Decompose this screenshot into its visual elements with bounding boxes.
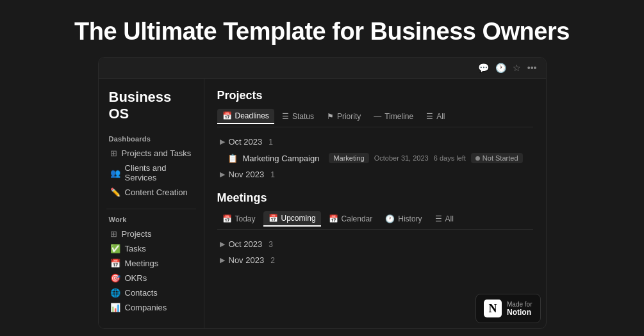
globe-icon: 🌐 <box>110 288 120 298</box>
upcoming-tab-icon: 📅 <box>268 214 278 223</box>
sidebar-item-content-creation[interactable]: ✏️ Content Creation <box>106 185 196 200</box>
meetings-tabs: 📅 Today 📅 Upcoming 📅 Calendar 🕐 History <box>217 211 533 230</box>
sidebar-item-label: Companies <box>125 303 167 312</box>
group-label: Nov 2023 <box>229 170 265 179</box>
group-count: 3 <box>268 240 273 249</box>
group-nov-2023-meetings[interactable]: ▶ Nov 2023 2 <box>217 252 533 268</box>
status-dot <box>475 156 480 161</box>
projects-title: Projects <box>217 89 533 102</box>
sidebar-item-tasks[interactable]: ✅ Tasks <box>106 241 196 256</box>
tab-label: All <box>445 214 454 223</box>
sidebar-item-label: Tasks <box>125 244 146 253</box>
tab-label: All <box>436 112 445 121</box>
group-count: 1 <box>270 170 275 179</box>
main-content: Projects 📅 Deadlines ☰ Status ⚑ Priority… <box>204 79 546 328</box>
status-tab-icon: ☰ <box>282 112 289 121</box>
all-meetings-icon: ☰ <box>435 214 442 223</box>
today-tab-icon: 📅 <box>222 214 232 223</box>
star-icon[interactable]: ☆ <box>513 63 521 73</box>
timeline-tab-icon: — <box>374 112 381 121</box>
hero-title: The Ultimate Template for Business Owner… <box>74 18 570 45</box>
window-content: Business OS Dashboards ⊞ Projects and Ta… <box>99 79 546 328</box>
clock-icon[interactable]: 🕐 <box>495 63 506 73</box>
project-row-marketing[interactable]: 📋 Marketing Campaign Marketing October 3… <box>217 150 533 166</box>
pencil-icon: ✏️ <box>110 188 120 197</box>
tab-label: Status <box>292 112 314 121</box>
chevron-right-icon: ▶ <box>220 170 225 179</box>
notion-logo: N <box>484 300 502 317</box>
days-left: 6 days left <box>434 154 466 162</box>
tab-status[interactable]: ☰ Status <box>277 109 319 124</box>
group-nov-2023-projects[interactable]: ▶ Nov 2023 1 <box>217 166 533 182</box>
tab-priority[interactable]: ⚑ Priority <box>322 109 366 124</box>
page-title: Business OS <box>106 89 196 122</box>
sidebar-item-label: Projects and Tasks <box>122 148 192 158</box>
group-oct-2023-projects[interactable]: ▶ Oct 2023 1 <box>217 134 533 150</box>
sidebar-item-okrs[interactable]: 🎯 OKRs <box>106 271 196 285</box>
sidebar-item-label: Contacts <box>125 288 158 298</box>
chevron-right-icon: ▶ <box>220 256 225 264</box>
status-badge: Not Started <box>471 153 523 163</box>
chevron-right-icon: ▶ <box>220 240 225 248</box>
dashboards-label: Dashboards <box>106 135 196 143</box>
sidebar-section-work: Work ⊞ Projects ✅ Tasks 📅 Meetings 🎯 OKR… <box>106 216 196 315</box>
history-tab-icon: 🕐 <box>385 214 395 223</box>
made-for-line1: Made for <box>507 301 532 308</box>
made-for-line2: Notion <box>507 308 532 317</box>
project-name: Marketing Campaign <box>243 154 324 163</box>
tab-today[interactable]: 📅 Today <box>217 212 261 226</box>
check-circle-icon: ✅ <box>110 244 120 253</box>
sidebar-item-projects-tasks[interactable]: ⊞ Projects and Tasks <box>106 146 196 161</box>
priority-tab-icon: ⚑ <box>327 112 334 121</box>
group-label: Oct 2023 <box>229 239 263 249</box>
project-date: October 31, 2023 <box>374 154 429 162</box>
tab-label: Timeline <box>384 112 413 121</box>
tab-calendar[interactable]: 📅 Calendar <box>324 212 378 226</box>
chart-icon: 📊 <box>110 303 120 312</box>
made-for-text: Made for Notion <box>507 301 532 317</box>
tab-history[interactable]: 🕐 History <box>380 212 427 226</box>
group-label: Nov 2023 <box>229 255 265 265</box>
calendar-icon: 📅 <box>110 259 120 268</box>
sidebar-item-label: Content Creation <box>125 188 188 197</box>
window-topbar: 💬 🕐 ☆ ••• <box>99 58 546 79</box>
deadlines-tab-icon: 📅 <box>222 111 232 120</box>
tab-deadlines[interactable]: 📅 Deadlines <box>217 109 274 124</box>
group-label: Oct 2023 <box>229 137 263 147</box>
sidebar-item-clients-services[interactable]: 👥 Clients and Services <box>106 161 196 185</box>
made-for-notion-badge: N Made for Notion <box>475 294 540 323</box>
sidebar-divider <box>106 209 196 209</box>
tab-all-meetings[interactable]: ☰ All <box>430 212 459 226</box>
sidebar: Business OS Dashboards ⊞ Projects and Ta… <box>99 79 204 328</box>
sidebar-item-projects[interactable]: ⊞ Projects <box>106 227 196 241</box>
tab-label: Priority <box>337 112 361 121</box>
target-icon: 🎯 <box>110 273 120 283</box>
more-icon[interactable]: ••• <box>527 63 537 73</box>
tab-upcoming[interactable]: 📅 Upcoming <box>263 211 321 227</box>
sidebar-item-companies[interactable]: 📊 Companies <box>106 300 196 315</box>
sidebar-item-contacts[interactable]: 🌐 Contacts <box>106 285 196 300</box>
sidebar-item-label: Clients and Services <box>125 163 192 182</box>
tab-label: Calendar <box>342 214 373 223</box>
tab-label: History <box>398 214 422 223</box>
group-count: 1 <box>268 138 273 147</box>
sidebar-item-label: Meetings <box>125 259 159 268</box>
notion-window: 💬 🕐 ☆ ••• Business OS Dashboards ⊞ Proje… <box>98 57 547 329</box>
status-text: Not Started <box>483 154 518 162</box>
sidebar-item-label: OKRs <box>125 273 147 283</box>
work-label: Work <box>106 216 196 223</box>
group-count: 2 <box>270 256 275 265</box>
chevron-down-icon: ▶ <box>220 138 225 146</box>
sidebar-item-meetings[interactable]: 📅 Meetings <box>106 256 196 271</box>
projects-tabs: 📅 Deadlines ☰ Status ⚑ Priority — Timeli… <box>217 109 533 127</box>
tab-all-projects[interactable]: ☰ All <box>421 109 450 124</box>
project-tag: Marketing <box>329 153 368 163</box>
tab-label: Deadlines <box>235 111 269 120</box>
grid-icon: ⊞ <box>110 229 117 239</box>
tab-label: Today <box>235 214 256 223</box>
project-icon: 📋 <box>227 154 238 163</box>
comment-icon[interactable]: 💬 <box>478 63 489 73</box>
tab-timeline[interactable]: — Timeline <box>368 109 418 124</box>
calendar-tab-icon: 📅 <box>329 214 338 223</box>
group-oct-2023-meetings[interactable]: ▶ Oct 2023 3 <box>217 236 533 252</box>
